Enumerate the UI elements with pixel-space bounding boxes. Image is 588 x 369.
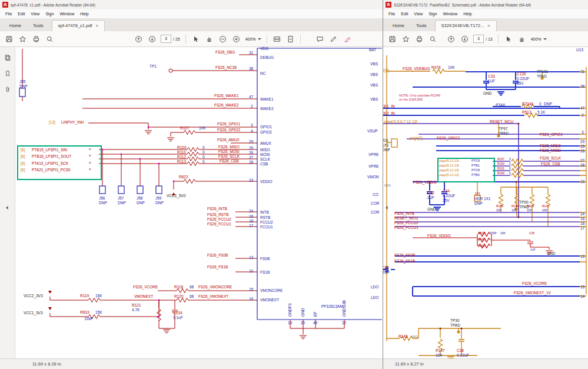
menu-sign[interactable]: Sign <box>42 12 57 16</box>
star-icon[interactable] <box>402 35 410 43</box>
zoom-in-icon[interactable] <box>232 35 240 43</box>
schematic-label: GNDSUB <box>343 300 347 317</box>
save-icon[interactable] <box>5 35 13 43</box>
bookmark-icon[interactable] <box>4 70 11 77</box>
schematic-label: FS26_GPIO1 <box>540 133 563 137</box>
schematic-label: PTB15_LPSPI1_SIN <box>32 148 67 152</box>
schematic-label: FS26_FS0B <box>394 254 415 258</box>
schematic-label: GND <box>301 308 305 317</box>
schematic-label: 25 <box>249 147 253 151</box>
paperclip-icon[interactable] <box>4 86 11 93</box>
schematic-label: 29 <box>249 140 253 144</box>
schematic-label: page[5,12,13] <box>439 169 459 172</box>
toolbar-divider <box>300 35 301 44</box>
schematic-label: 29 <box>580 140 584 144</box>
menu-view[interactable]: View <box>411 12 426 16</box>
document-canvas[interactable]: J55DNPTP1FS26_DBG31VDGDEBUGFS26_NC3838NC… <box>15 47 383 358</box>
page-size-label: 11.69 x 8.27 in <box>395 361 424 367</box>
schematic-label: DNP <box>490 232 497 235</box>
pencil-icon[interactable] <box>330 35 337 43</box>
schematic-label: FS26_MISO <box>540 144 561 148</box>
fit-width-icon[interactable] <box>273 35 281 43</box>
schematic-label: 23 <box>249 179 253 183</box>
menu-sign[interactable]: Sign <box>426 12 440 16</box>
page-number-input[interactable]: 3 <box>161 35 171 43</box>
schematic-label: .1UF <box>487 79 495 84</box>
tab-tools[interactable]: Tools <box>410 21 433 31</box>
schematic-label: R513 <box>522 111 531 115</box>
schematic-label: R119 <box>80 294 89 298</box>
select-icon[interactable] <box>504 35 512 43</box>
menu-edit[interactable]: Edit <box>398 12 411 16</box>
hand-icon[interactable] <box>518 35 526 43</box>
search-icon[interactable] <box>429 35 437 43</box>
schematic-label: 2 <box>251 105 253 109</box>
menu-window[interactable]: Window <box>57 12 77 16</box>
sidebar-toggle[interactable] <box>4 201 11 214</box>
tab-document[interactable]: spf-47478_c1.pdf × <box>52 20 105 31</box>
schematic-label: R141 <box>542 205 549 208</box>
schematic-label: 28 <box>249 161 253 165</box>
acrobat-window-right: A S32K3X4EVB-T172_PackRevB2_Schematic.pd… <box>383 0 588 369</box>
page-down-icon[interactable] <box>148 35 156 43</box>
comment-icon[interactable] <box>316 35 324 43</box>
schematic-label: FS26_VDDIO <box>413 181 437 185</box>
schematic-label: R148 <box>398 335 408 339</box>
menu-view[interactable]: View <box>28 12 42 16</box>
schematic-label: R120 <box>174 295 184 299</box>
schematic-label: GND <box>547 252 555 256</box>
zoom-out-icon[interactable] <box>219 35 227 43</box>
tab-document[interactable]: S32K3X4EVB-T172... × <box>435 20 497 31</box>
schematic-label: 24 <box>580 212 584 217</box>
title-bar: A spf-47478_c1.pdf - Adobe Acrobat Reade… <box>0 0 383 9</box>
schematic-label: FS26_FCCU1 <box>207 222 231 227</box>
tab-close-icon[interactable]: × <box>96 24 99 28</box>
schematic-label: NC <box>260 72 265 76</box>
highlighter-icon[interactable] <box>343 35 351 43</box>
tab-close-icon[interactable]: × <box>487 24 490 28</box>
schematic-label: FS26_MOSI <box>218 150 240 154</box>
schematic-label: FS26_CSB <box>541 162 560 167</box>
schematic-label: DNP <box>85 317 93 321</box>
menu-help[interactable]: Help <box>460 12 474 16</box>
schematic-label: FS26_MISO <box>218 145 240 149</box>
page-number-input[interactable]: 3 <box>473 35 484 43</box>
tab-tools[interactable]: Tools <box>27 21 49 31</box>
select-icon[interactable] <box>192 35 200 43</box>
schematic-label: J58 <box>137 197 142 201</box>
pages-icon[interactable] <box>4 54 11 61</box>
menu-file[interactable]: File <box>2 12 15 16</box>
schematic-label: GNDFS <box>288 303 293 317</box>
menu-window[interactable]: Window <box>440 12 460 16</box>
print-icon[interactable] <box>416 35 423 43</box>
zoom-level-select[interactable]: 400% <box>245 37 261 41</box>
tab-home[interactable]: Home <box>4 21 27 31</box>
schematic-label: 47 <box>580 107 584 111</box>
schematic-label: C36 <box>529 232 534 235</box>
print-icon[interactable] <box>32 35 40 43</box>
schematic-label: [13] <box>49 121 55 125</box>
fit-page-icon[interactable] <box>287 35 294 43</box>
schematic-label: FS26_WAKE2 <box>214 104 239 108</box>
sidebar-toggle[interactable] <box>384 201 390 214</box>
save-icon[interactable] <box>388 35 396 43</box>
schematic-label: COR <box>371 202 379 206</box>
page-up-icon[interactable] <box>447 35 455 43</box>
schematic-label: 18 <box>580 222 584 226</box>
document-canvas[interactable]: U13page[8]FS26_VDEBUGR47810K31C33.1UFC13… <box>383 47 588 358</box>
menu-help[interactable]: Help <box>77 12 91 16</box>
schematic-label: 23 <box>580 180 584 184</box>
schematic-label: DNP <box>118 201 126 205</box>
star-icon[interactable] <box>19 35 26 43</box>
page-down-icon[interactable] <box>461 35 469 43</box>
zoom-level-select[interactable]: 400% <box>531 37 547 41</box>
menu-file[interactable]: File <box>386 12 398 16</box>
tab-home[interactable]: Home <box>387 21 410 31</box>
schematic-label: FS0B <box>260 257 270 261</box>
hand-icon[interactable] <box>205 35 213 43</box>
menu-edit[interactable]: Edit <box>15 12 28 16</box>
schematic-label: U13 <box>576 48 583 52</box>
search-icon[interactable] <box>46 35 54 43</box>
schematic-label: FS26_FS1B <box>207 265 228 270</box>
page-up-icon[interactable] <box>135 35 142 43</box>
